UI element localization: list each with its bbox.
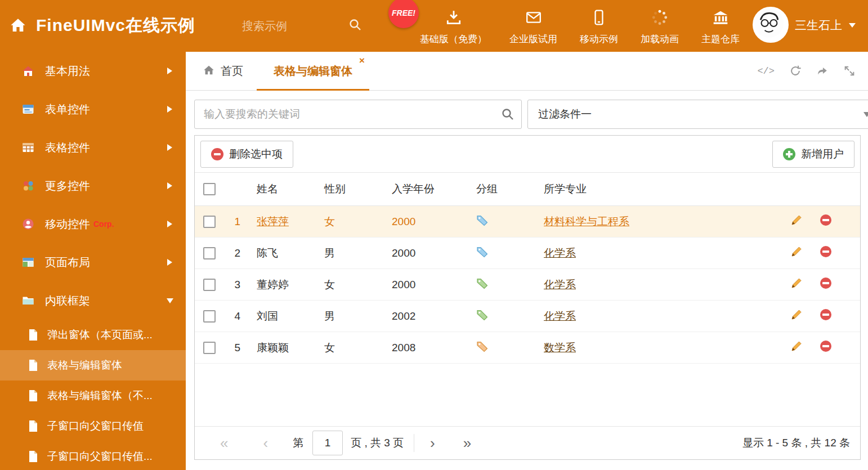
tag-icon bbox=[476, 311, 488, 323]
nav-item-basic-edition[interactable]: 基础版（免费） bbox=[412, 6, 495, 48]
cell-year: 2002 bbox=[382, 301, 467, 332]
sidebar-item-more-controls[interactable]: 更多控件 bbox=[0, 167, 186, 205]
sidebar-item-basic-usage[interactable]: 基本用法 bbox=[0, 52, 186, 90]
table-row[interactable]: 5 康颖颖 女 2008 数学系 bbox=[195, 332, 860, 364]
delete-selected-button[interactable]: 删除选中项 bbox=[200, 141, 293, 168]
search-icon[interactable] bbox=[501, 108, 514, 123]
sidebar-subitem-child-to-parent-2[interactable]: 子窗口向父窗口传值... bbox=[0, 441, 186, 470]
sidebar-item-label: 移动控件 bbox=[45, 217, 90, 232]
cell-gender: 女 bbox=[315, 206, 382, 238]
row-checkbox[interactable] bbox=[203, 279, 216, 291]
user-menu[interactable]: 三生石上 bbox=[795, 17, 856, 33]
delete-icon[interactable] bbox=[820, 309, 831, 323]
divider bbox=[414, 434, 414, 452]
prev-page-button[interactable]: ‹ bbox=[263, 436, 268, 450]
last-page-button[interactable]: » bbox=[463, 436, 471, 450]
tab-home[interactable]: 首页 bbox=[203, 64, 243, 79]
row-checkbox[interactable] bbox=[203, 342, 216, 354]
major-link[interactable]: 化学系 bbox=[544, 279, 576, 290]
sidebar-subitem-grid-edit-window[interactable]: 表格与编辑窗体 bbox=[0, 350, 186, 381]
table-row[interactable]: 3 董婷婷 女 2000 化学系 bbox=[195, 269, 860, 301]
chevron-right-icon bbox=[167, 106, 172, 113]
next-page-button[interactable]: › bbox=[430, 436, 435, 450]
home-icon[interactable] bbox=[9, 16, 27, 36]
edit-icon[interactable] bbox=[790, 214, 803, 229]
tab-label: 首页 bbox=[221, 64, 243, 79]
col-header-major[interactable]: 所学专业 bbox=[534, 173, 790, 206]
filter-dropdown[interactable]: 过滤条件一 bbox=[527, 100, 868, 129]
sidebar-subitem-child-to-parent[interactable]: 子窗口向父窗口传值 bbox=[0, 411, 186, 441]
nav-item-theme-store[interactable]: 主题仓库 bbox=[693, 6, 748, 48]
first-page-button[interactable]: « bbox=[220, 436, 228, 450]
sidebar-item-label: 基本用法 bbox=[45, 64, 90, 79]
edit-icon[interactable] bbox=[790, 245, 803, 261]
cell-name: 康颖颖 bbox=[247, 332, 315, 364]
edit-icon[interactable] bbox=[790, 340, 803, 355]
share-icon[interactable] bbox=[816, 65, 829, 77]
main-content: 首页 表格与编辑窗体 × </> 过滤条件一 bbox=[186, 52, 868, 470]
download-icon bbox=[445, 9, 462, 28]
bank-icon bbox=[712, 9, 729, 28]
filter-selected-value: 过滤条件一 bbox=[538, 107, 592, 122]
sidebar-item-mobile-controls[interactable]: 移动控件 Corp. bbox=[0, 205, 186, 243]
select-all-checkbox[interactable] bbox=[203, 183, 216, 195]
sidebar-item-grid-controls[interactable]: 表格控件 bbox=[0, 128, 186, 167]
sidebar-subitem-grid-edit-window-2[interactable]: 表格与编辑窗体（不... bbox=[0, 381, 186, 411]
sidebar-item-form-controls[interactable]: 表单控件 bbox=[0, 90, 186, 128]
add-user-button[interactable]: 新增用户 bbox=[772, 141, 854, 168]
person-icon bbox=[21, 217, 35, 231]
page-number-input[interactable] bbox=[312, 431, 343, 455]
delete-icon[interactable] bbox=[820, 277, 831, 292]
sidebar-item-inline-frame[interactable]: 内联框架 bbox=[0, 281, 186, 320]
delete-icon[interactable] bbox=[820, 341, 831, 355]
sidebar-item-page-layout[interactable]: 页面布局 bbox=[0, 243, 186, 281]
major-link[interactable]: 化学系 bbox=[544, 310, 576, 322]
user-avatar[interactable] bbox=[753, 7, 789, 43]
chevron-down-icon bbox=[849, 23, 856, 28]
delete-icon[interactable] bbox=[820, 246, 831, 260]
major-link[interactable]: 化学系 bbox=[544, 247, 576, 259]
nav-item-loading-animation[interactable]: 加载动画 bbox=[633, 6, 687, 48]
table-header-row: 姓名 性别 入学年份 分组 所学专业 bbox=[195, 173, 860, 206]
nav-item-enterprise-trial[interactable]: 企业版试用 bbox=[502, 6, 565, 48]
row-checkbox[interactable] bbox=[203, 310, 216, 323]
search-icon[interactable] bbox=[348, 18, 362, 34]
row-number: 1 bbox=[222, 206, 247, 238]
major-link[interactable]: 材料科学与工程系 bbox=[544, 216, 629, 227]
col-header-gender[interactable]: 性别 bbox=[315, 173, 382, 206]
refresh-icon[interactable] bbox=[789, 65, 802, 77]
row-checkbox[interactable] bbox=[203, 247, 216, 259]
chevron-right-icon bbox=[167, 221, 172, 227]
expand-icon[interactable] bbox=[843, 65, 856, 77]
sidebar-subitem-popup-window[interactable]: 弹出窗体（本页面或... bbox=[0, 320, 186, 350]
page-prefix: 第 bbox=[293, 436, 303, 450]
tab-close-icon[interactable]: × bbox=[359, 56, 365, 65]
table-row[interactable]: 4 刘国 男 2002 化学系 bbox=[195, 301, 860, 332]
delete-icon[interactable] bbox=[820, 214, 831, 229]
cell-gender: 女 bbox=[315, 332, 382, 364]
nav-item-mobile-demo[interactable]: 移动示例 bbox=[572, 6, 626, 48]
table-row[interactable]: 1 张萍萍 女 2000 材料科学与工程系 bbox=[195, 206, 860, 238]
spinner-icon bbox=[651, 9, 668, 28]
dots-icon bbox=[21, 179, 35, 193]
col-header-year[interactable]: 入学年份 bbox=[382, 173, 467, 206]
table-row[interactable]: 2 陈飞 男 2000 化学系 bbox=[195, 238, 860, 269]
tab-bar: 首页 表格与编辑窗体 × </> bbox=[186, 52, 868, 91]
edit-icon[interactable] bbox=[790, 308, 803, 324]
cell-gender: 男 bbox=[315, 301, 382, 332]
cell-year: 2008 bbox=[382, 332, 467, 364]
sidebar-item-label: 表格控件 bbox=[45, 140, 90, 155]
record-summary: 显示 1 - 5 条 , 共 12 条 bbox=[742, 436, 850, 450]
col-header-name[interactable]: 姓名 bbox=[247, 173, 315, 206]
col-header-group[interactable]: 分组 bbox=[467, 173, 534, 206]
code-icon[interactable]: </> bbox=[757, 66, 775, 77]
minus-icon bbox=[211, 148, 223, 160]
mobile-icon bbox=[590, 9, 607, 28]
chevron-right-icon bbox=[167, 144, 172, 151]
edit-icon[interactable] bbox=[790, 277, 803, 292]
cell-year: 2000 bbox=[382, 269, 467, 301]
tab-grid-edit-window[interactable]: 表格与编辑窗体 × bbox=[257, 52, 369, 90]
header-search-input[interactable] bbox=[241, 19, 348, 33]
row-checkbox[interactable] bbox=[203, 216, 216, 228]
major-link[interactable]: 数学系 bbox=[544, 342, 576, 353]
